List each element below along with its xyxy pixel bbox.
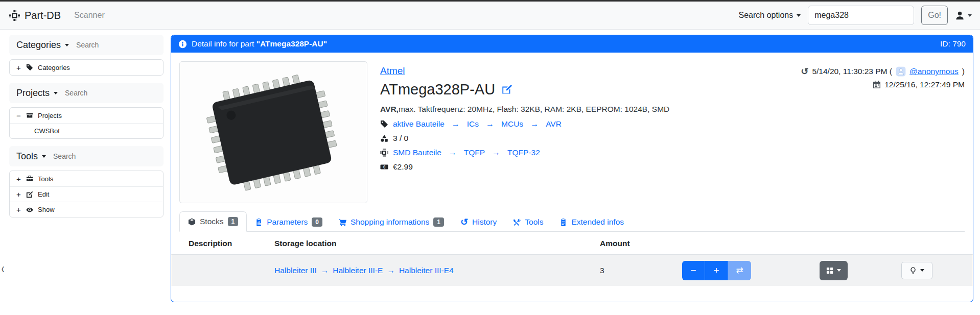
tree-item-categories[interactable]: + Categories [10, 60, 163, 75]
decrease-amount-button[interactable]: − [682, 261, 705, 280]
avatar-icon [896, 66, 906, 77]
tree-item-tools[interactable]: + Tools [10, 171, 163, 186]
tree-item-cwsbot[interactable]: CWSBot [10, 123, 163, 138]
tag-icon [380, 120, 388, 128]
search-options-dropdown[interactable]: Search options [738, 11, 801, 20]
move-stock-button[interactable]: ⇄ [728, 261, 751, 280]
tools-search-input[interactable] [53, 152, 114, 160]
category-link[interactable]: ICs [467, 119, 479, 129]
sidebar-section-tools-header: Tools [9, 146, 164, 166]
part-description: AVR,max. Taktfrequenz: 20MHz, Flash: 32K… [380, 105, 669, 114]
part-detail-card: Detail info for part "ATmega328P-AU" ID:… [171, 35, 973, 302]
tab-badge: 1 [228, 217, 239, 226]
tools-tree: + Tools + Edit + [9, 171, 164, 217]
collapse-icon[interactable]: − [16, 111, 21, 120]
tools-dropdown[interactable]: Tools [16, 151, 38, 162]
footprint-link[interactable]: TQFP [464, 148, 485, 157]
stock-actions: − + ⇄ [682, 261, 973, 280]
increase-amount-button[interactable]: + [705, 261, 728, 280]
archive-icon [26, 112, 33, 119]
tab-history[interactable]: ↺ History [452, 212, 505, 232]
storage-location-breadcrumb: Halbleiter III → Halbleiter III-E → Halb… [274, 266, 600, 275]
storage-location-link[interactable]: Halbleiter III-E [333, 266, 383, 275]
categories-tree: + Categories [9, 59, 164, 76]
expand-icon[interactable]: + [16, 63, 21, 72]
tab-badge: 0 [312, 217, 322, 227]
chevron-down-icon [837, 269, 841, 272]
toolbox-icon [26, 175, 33, 182]
last-modified-value: 5/14/20, 11:30:23 PM ( [812, 67, 892, 76]
chevron-down-icon[interactable] [54, 92, 58, 94]
microchip-icon [380, 149, 388, 157]
projects-search-input[interactable] [65, 89, 126, 97]
grid-icon [826, 267, 833, 274]
calendar-icon [873, 81, 881, 89]
category-link[interactable]: AVR [546, 119, 562, 129]
tab-parameters[interactable]: Parameters 0 [247, 212, 331, 232]
tag-icon [26, 64, 33, 71]
last-modified-line: ↺ 5/14/20, 11:30:23 PM ( @anonymous) [801, 66, 965, 77]
storage-location-link[interactable]: Halbleiter III-E4 [399, 266, 454, 275]
clock-history-icon: ↺ [460, 217, 468, 227]
manufacturer-link[interactable]: Atmel [380, 65, 405, 76]
part-image[interactable] [179, 61, 367, 203]
col-storage-location: Storage location [274, 239, 600, 248]
projects-tree: − Projects CWSBot [9, 107, 164, 139]
created-line: 12/25/16, 12:27:49 PM [801, 80, 965, 89]
part-detail-header: Detail info for part "ATmega328P-AU" ID:… [171, 35, 973, 53]
arrow-right-icon: → [492, 148, 500, 157]
nav-link-scanner[interactable]: Scanner [74, 11, 105, 20]
microchip-logo-icon [9, 10, 20, 21]
footprint-link[interactable]: TQFP-32 [507, 148, 540, 157]
sidebar-section-projects-header: Projects [9, 83, 164, 103]
col-amount: Amount [600, 239, 682, 248]
user-icon [955, 11, 965, 20]
stocks-table: Description Storage location Amount Halb… [171, 232, 973, 286]
chevron-down-icon[interactable] [65, 44, 69, 46]
sidebar-collapse-toggle[interactable]: ‹ [0, 259, 6, 276]
chevron-down-icon [920, 269, 924, 272]
categories-search-input[interactable] [76, 41, 137, 49]
tab-stocks[interactable]: Stocks 1 [179, 211, 247, 232]
stock-summary: 3 / 0 [393, 134, 408, 143]
label-generator-dropdown[interactable] [820, 261, 848, 280]
search-input[interactable] [808, 6, 914, 25]
clipboard-list-icon [559, 219, 567, 226]
storage-location-link[interactable]: Halbleiter III [274, 266, 317, 275]
projects-dropdown[interactable]: Projects [16, 88, 50, 99]
tab-label: Parameters [267, 217, 308, 227]
category-link[interactable]: aktive Bauteile [393, 119, 445, 129]
user-menu-dropdown[interactable] [955, 11, 972, 20]
expand-icon[interactable]: + [16, 205, 21, 214]
brand[interactable]: Part-DB [9, 10, 61, 21]
tab-tools[interactable]: Tools [505, 212, 551, 232]
footprint-link[interactable]: SMD Bauteile [393, 148, 441, 157]
user-link[interactable]: @anonymous [909, 67, 959, 76]
arrow-right-icon: → [486, 119, 494, 129]
edit-icon [26, 191, 33, 198]
categories-dropdown[interactable]: Categories [16, 40, 61, 51]
brand-label: Part-DB [25, 10, 61, 21]
price-line: € €2.99 [380, 162, 669, 172]
search-go-button[interactable]: Go! [921, 6, 948, 25]
tab-shopping-informations[interactable]: Shopping informations 1 [331, 212, 452, 232]
eye-icon [26, 206, 33, 213]
tab-label: Shopping informations [351, 217, 429, 227]
svg-text:€: € [383, 164, 386, 169]
tree-item-show[interactable]: + Show [10, 202, 163, 217]
category-link[interactable]: MCUs [501, 119, 523, 129]
tree-item-label: Show [38, 206, 55, 213]
tree-item-edit[interactable]: + Edit [10, 186, 163, 202]
tree-item-projects[interactable]: − Projects [10, 108, 163, 123]
tab-badge: 1 [433, 217, 444, 227]
edit-part-icon[interactable] [502, 84, 512, 95]
expand-icon[interactable]: + [16, 190, 21, 199]
chip-photo [189, 68, 358, 196]
amount-button-group: − + ⇄ [682, 261, 751, 280]
expand-icon[interactable]: + [16, 175, 21, 183]
created-value: 12/25/16, 12:27:49 PM [884, 80, 965, 89]
chevron-down-icon[interactable] [42, 155, 46, 158]
tab-extended-infos[interactable]: Extended infos [551, 212, 632, 232]
led-locate-dropdown[interactable] [901, 262, 932, 279]
stock-amount: 3 [600, 266, 682, 275]
